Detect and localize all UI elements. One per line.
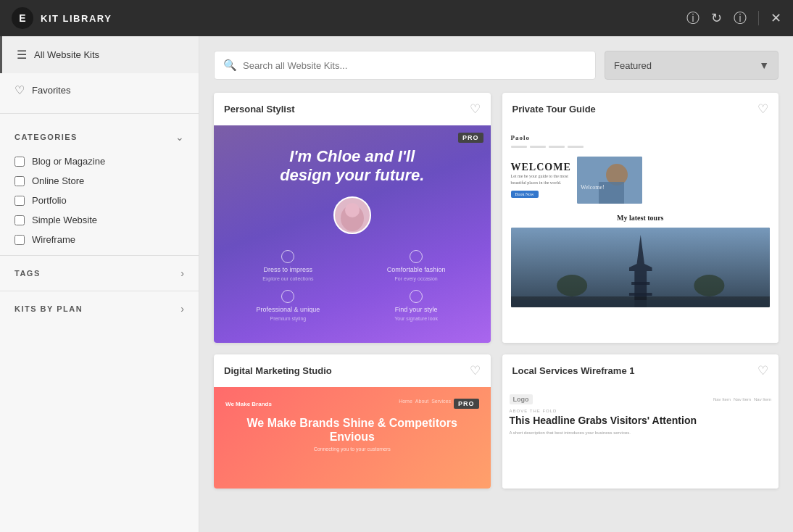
main-layout: ☰ All Website Kits ♡ Favorites CATEGORIE… — [0, 36, 793, 532]
kit-card-header: Personal Stylist ♡ — [214, 93, 491, 125]
wf-nav-items: Nav Item Nav Item Nav Item — [713, 397, 771, 402]
tags-title: TAGS — [14, 269, 41, 278]
svg-rect-9 — [631, 282, 649, 285]
close-icon[interactable]: ✕ — [771, 10, 781, 26]
pro-badge: PRO — [454, 399, 479, 409]
kit-card-header: Local Services Wireframe 1 ♡ — [502, 354, 779, 387]
kit-card-header: Digital Marketing Studio ♡ — [214, 354, 491, 387]
search-icon: 🔍 — [223, 59, 237, 72]
topbar-title: KIT LIBRARY — [41, 13, 112, 24]
category-store-checkbox[interactable] — [14, 176, 25, 186]
grid-item-3: Find your style Your signature look — [357, 290, 476, 321]
content-header: 🔍 Featured ▼ — [214, 51, 779, 80]
sidebar-item-all-kits[interactable]: ☰ All Website Kits — [0, 36, 199, 73]
wf-headline: This Headline Grabs Visitors' Attention — [510, 415, 772, 427]
topbar: E KIT LIBRARY ⓘ ↻ ⓘ ✕ — [0, 0, 793, 36]
kit-preview-private-tour-guide: Paolo WELCOME Let me be your guide to th… — [502, 125, 779, 343]
svg-point-11 — [557, 275, 587, 296]
wf-logo: Logo — [510, 394, 533, 404]
tour-welcome-text: WELCOME Let me be your guide to the most… — [511, 162, 571, 199]
kit-favorite-button-personal-stylist[interactable]: ♡ — [470, 101, 481, 117]
category-store[interactable]: Online Store — [14, 171, 184, 191]
search-wrapper: 🔍 — [214, 51, 596, 80]
all-kits-label: All Website Kits — [34, 49, 99, 60]
wf-nav: Logo Nav Item Nav Item Nav Item — [510, 394, 772, 404]
sidebar-divider — [0, 113, 199, 114]
categories-section: CATEGORIES ⌄ Blog or Magazine Online Sto… — [0, 120, 199, 255]
digital-marketing-hero: We Make Brands Home About Services PRO W… — [214, 387, 491, 489]
category-blog-checkbox[interactable] — [14, 157, 25, 167]
category-wireframe-checkbox[interactable] — [14, 235, 25, 245]
category-wireframe[interactable]: Wireframe — [14, 230, 184, 249]
svg-point-12 — [694, 275, 724, 296]
grid-item-1: Comfortable fashion For every occasion — [357, 250, 476, 281]
kit-card-digital-marketing: Digital Marketing Studio ♡ We Make Brand… — [214, 354, 491, 489]
kit-card-header: Private Tour Guide ♡ — [502, 93, 779, 125]
categories-chevron-down-icon: ⌄ — [175, 131, 184, 143]
grid-item-2: Professional & unique Premium styling — [228, 290, 348, 321]
category-portfolio-checkbox[interactable] — [14, 196, 25, 206]
kit-title-personal-stylist: Personal Stylist — [224, 104, 295, 115]
topbar-left: E KIT LIBRARY — [12, 7, 112, 29]
topbar-divider — [758, 11, 759, 25]
kit-card-local-services-wireframe: Local Services Wireframe 1 ♡ Logo Nav It… — [502, 354, 779, 489]
kit-preview-personal-stylist: PRO I'm Chloe and I'lldesign your future… — [214, 125, 491, 343]
kit-preview-local-services-wireframe: Logo Nav Item Nav Item Nav Item Above th… — [502, 387, 779, 489]
favorites-label: Favorites — [32, 85, 70, 96]
category-blog[interactable]: Blog or Magazine — [14, 151, 184, 171]
tour-welcome-section: WELCOME Let me be your guide to the most… — [511, 157, 771, 204]
svg-rect-14 — [511, 300, 771, 307]
info-icon[interactable]: ⓘ — [734, 9, 747, 27]
kit-favorite-button-private-tour-guide[interactable]: ♡ — [757, 101, 768, 117]
wf-description: A short description that best introduces… — [510, 430, 772, 436]
kit-title-digital-marketing: Digital Marketing Studio — [224, 365, 332, 376]
category-store-label: Online Store — [32, 175, 84, 186]
search-input[interactable] — [243, 60, 586, 71]
wf-tag: Above the fold — [510, 409, 772, 413]
topbar-right: ⓘ ↻ ⓘ ✕ — [686, 9, 781, 27]
tour-site-name: Paolo — [511, 134, 771, 141]
tour-welcome-image: Welcome! — [577, 157, 642, 204]
kit-title-local-services-wireframe: Local Services Wireframe 1 — [512, 365, 635, 376]
tags-chevron-right-icon: › — [180, 267, 184, 279]
kit-favorite-button-local-services-wireframe[interactable]: ♡ — [757, 363, 768, 378]
category-simple-checkbox[interactable] — [14, 215, 25, 225]
kits-by-plan-section[interactable]: KITS BY PLAN › — [0, 291, 199, 326]
kit-favorite-button-digital-marketing[interactable]: ♡ — [470, 363, 481, 378]
category-wireframe-label: Wireframe — [32, 234, 75, 245]
category-simple[interactable]: Simple Website — [14, 210, 184, 230]
dm-subtext: Connecting you to your customers — [314, 446, 391, 452]
svg-point-1 — [345, 203, 360, 217]
tour-big-image — [511, 228, 771, 307]
dm-nav-bar: We Make Brands Home About Services PRO — [225, 399, 479, 409]
svg-rect-10 — [628, 293, 652, 296]
kit-preview-digital-marketing: We Make Brands Home About Services PRO W… — [214, 387, 491, 489]
filter-dropdown[interactable]: Featured ▼ — [605, 51, 779, 80]
kit-card-personal-stylist: Personal Stylist ♡ PRO I'm Chloe and I'l… — [214, 93, 491, 343]
category-portfolio[interactable]: Portfolio — [14, 191, 184, 210]
dm-headline: We Make Brands Shine & Competitors Envio… — [225, 416, 479, 444]
sidebar: ☰ All Website Kits ♡ Favorites CATEGORIE… — [0, 36, 199, 532]
kits-by-plan-title: KITS BY PLAN — [14, 304, 83, 313]
category-portfolio-label: Portfolio — [32, 195, 67, 206]
refresh-icon[interactable]: ↻ — [711, 10, 722, 26]
kits-grid: Personal Stylist ♡ PRO I'm Chloe and I'l… — [214, 93, 779, 489]
grid-item-0: Dress to impress Explore our collections — [228, 250, 348, 281]
kit-headline: I'm Chloe and I'lldesign your future. — [280, 147, 424, 186]
categories-header[interactable]: CATEGORIES ⌄ — [14, 131, 184, 143]
dm-nav-logo: We Make Brands — [225, 401, 272, 407]
help-icon[interactable]: ⓘ — [686, 9, 699, 27]
kit-card-private-tour-guide: Private Tour Guide ♡ Paolo WELCOME L — [502, 93, 779, 343]
tags-section[interactable]: TAGS › — [0, 255, 199, 291]
dm-nav-items: Home About Services PRO — [399, 399, 478, 409]
filter-label: Featured — [614, 60, 652, 71]
avatar — [333, 196, 371, 234]
heart-icon: ♡ — [14, 83, 25, 97]
filter-chevron-down-icon: ▼ — [759, 59, 769, 71]
pro-badge: PRO — [458, 133, 483, 143]
kit-grid-items: Dress to impress Explore our collections… — [228, 250, 476, 321]
svg-text:Welcome!: Welcome! — [581, 184, 605, 191]
kit-title-private-tour-guide: Private Tour Guide — [512, 104, 596, 115]
categories-title: CATEGORIES — [14, 133, 78, 141]
sidebar-item-favorites[interactable]: ♡ Favorites — [0, 73, 199, 107]
